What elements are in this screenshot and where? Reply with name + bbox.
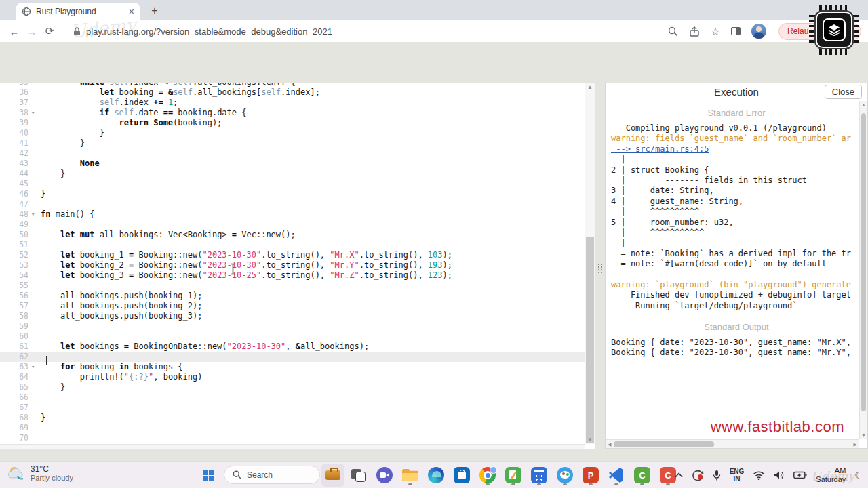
execution-horizontal-scrollbar[interactable]: ◀ ▶ (606, 439, 859, 448)
briefcase-icon (326, 470, 340, 480)
taskbar-clock[interactable]: AM Saturday (816, 466, 846, 484)
code-line[interactable]: 38▾ if self.date == booking.date { (0, 108, 585, 118)
fastbit-chip-logo (806, 1, 863, 58)
weather-widget[interactable]: 31°C Partly cloudy (7, 464, 73, 482)
language-indicator[interactable]: ENG IN (730, 468, 745, 483)
divider-drag-handle[interactable] (597, 263, 603, 274)
taskbar-app-work-folder[interactable] (324, 465, 342, 485)
code-line[interactable]: 39 return Some(booking); (0, 118, 585, 128)
share-icon[interactable] (689, 26, 700, 37)
pane-divider[interactable] (595, 83, 605, 449)
taskbar-search[interactable]: Search (224, 466, 320, 484)
find-icon[interactable] (668, 26, 678, 37)
taskbar-app-camtasia[interactable]: C (633, 465, 651, 485)
close-execution-button[interactable]: Close (825, 85, 862, 99)
folder-icon (402, 469, 418, 481)
weather-temp: 31°C (31, 464, 73, 474)
code-line[interactable]: 54 let booking_3 = Booking::new("2023-10… (0, 270, 585, 281)
editor-horizontal-scrollbar[interactable] (0, 444, 585, 449)
browser-tab[interactable]: Rust Playground × (16, 3, 140, 20)
speaker-icon[interactable] (774, 470, 785, 480)
taskbar-app-store[interactable] (453, 465, 471, 485)
side-panel-icon[interactable] (731, 27, 741, 35)
profile-avatar[interactable] (751, 24, 766, 39)
taskbar-app-notes[interactable] (505, 465, 522, 485)
code-line[interactable]: 50 let mut all_bookings: Vec<Booking> = … (0, 230, 585, 240)
code-line[interactable]: 65 } (0, 382, 585, 392)
code-line[interactable]: 55 (0, 281, 585, 291)
code-line[interactable]: 47 (0, 199, 585, 209)
search-placeholder: Search (247, 470, 273, 480)
code-line[interactable]: 42 (0, 148, 585, 159)
windows-taskbar: 31°C Partly cloudy Search P C C ENG IN (0, 461, 868, 488)
taskbar-app-chrome[interactable] (479, 465, 496, 485)
code-line[interactable]: 49 (0, 220, 585, 230)
taskbar-app-vscode[interactable] (608, 465, 625, 485)
code-line[interactable]: 67 (0, 403, 585, 413)
forward-button[interactable]: → (23, 26, 41, 37)
code-editor[interactable]: 35 while self.index < self.all_bookings.… (0, 83, 595, 449)
code-line[interactable]: 59 (0, 321, 585, 331)
code-line[interactable]: 37 self.index += 1; (0, 98, 585, 108)
url-text[interactable]: play.rust-lang.org/?version=stable&mode=… (86, 26, 332, 37)
code-line[interactable]: 61 let bookings = BookingOnDate::new("20… (0, 342, 585, 352)
taskbar-app-file-explorer[interactable] (401, 465, 419, 485)
taskbar-app-chat[interactable] (376, 465, 393, 485)
code-line[interactable]: 43 None (0, 159, 585, 169)
stdout-line: Booking { date: "2023-10-30", guest_name… (611, 348, 867, 358)
code-line[interactable]: 66 (0, 392, 585, 403)
stderr-line: 5 | room_number: u32, (611, 218, 867, 228)
code-line[interactable]: 41 } (0, 138, 585, 148)
code-line[interactable]: 70 (0, 433, 585, 443)
taskbar-app-paint[interactable] (556, 465, 574, 485)
code-line[interactable]: 64 println!("{:?}", booking) (0, 372, 585, 382)
microphone-icon[interactable] (713, 470, 721, 481)
code-line[interactable]: 60 (0, 331, 585, 342)
taskbar-app-edge[interactable] (427, 465, 445, 485)
editor-scroll-thumb[interactable] (586, 237, 594, 443)
stderr-line: warning: fields `guest_name` and `room_n… (611, 134, 867, 144)
code-line[interactable]: 56 all_bookings.push(booking_1); (0, 291, 585, 301)
code-line[interactable]: 69 (0, 423, 585, 433)
code-line[interactable]: 51 (0, 240, 585, 250)
editor-vertical-scrollbar[interactable]: ▲ ▼ (585, 83, 595, 444)
taskbar-app-task-view[interactable] (350, 465, 368, 485)
code-line[interactable]: 36 let booking = &self.all_bookings[self… (0, 87, 585, 98)
wifi-icon[interactable] (753, 471, 765, 480)
new-tab-button[interactable]: + (146, 3, 163, 19)
stderr-line: = note: `Booking` has a derived impl for… (611, 249, 867, 259)
code-line[interactable]: 63▾ for booking in bookings { (0, 362, 585, 372)
code-line[interactable]: 57 all_bookings.push(booking_2); (0, 301, 585, 311)
store-icon (454, 467, 470, 483)
code-line[interactable]: 35 while self.index < self.all_bookings.… (0, 83, 585, 87)
calculator-icon (531, 467, 547, 483)
taskbar-app-calculator[interactable] (530, 465, 548, 485)
taskbar-app-powerpoint[interactable]: P (582, 465, 599, 485)
back-button[interactable]: ← (5, 26, 23, 37)
code-line[interactable]: 45 (0, 179, 585, 189)
code-lines: 35 while self.index < self.all_bookings.… (0, 83, 585, 443)
code-line[interactable]: 68} (0, 413, 585, 423)
battery-icon[interactable] (793, 471, 807, 479)
reload-button[interactable]: ⟳ (41, 25, 58, 37)
tab-close-icon[interactable]: × (129, 6, 134, 17)
code-line[interactable]: 62 (0, 352, 585, 362)
code-line[interactable]: 40 } (0, 128, 585, 138)
execution-scroll-thumb[interactable] (861, 113, 866, 411)
code-line[interactable]: 46} (0, 189, 585, 199)
code-line[interactable]: 48▾fn main() { (0, 209, 585, 220)
code-line[interactable]: 52 let booking_1 = Booking::new("2023-10… (0, 250, 585, 260)
tray-expand-icon[interactable] (675, 472, 683, 478)
bookmark-star-icon[interactable]: ☆ (711, 25, 720, 38)
stderr-line: = note: `#[warn(dead_code)]` on by defau… (611, 259, 867, 269)
code-line[interactable]: 58 all_bookings.push(booking_3); (0, 311, 585, 321)
screen-record-icon[interactable] (692, 469, 704, 481)
execution-hscroll-thumb[interactable] (614, 441, 714, 447)
globe-favicon-icon (22, 7, 31, 16)
execution-vertical-scrollbar[interactable]: ▲ ▼ (859, 101, 867, 439)
start-button[interactable] (203, 470, 214, 481)
code-line[interactable]: 44 } (0, 169, 585, 179)
browser-tab-strip: Rust Playground × + (0, 0, 868, 20)
lock-icon[interactable] (73, 27, 81, 36)
code-line[interactable]: 53 let booking_2 = Booking::new("2023-10… (0, 260, 585, 270)
